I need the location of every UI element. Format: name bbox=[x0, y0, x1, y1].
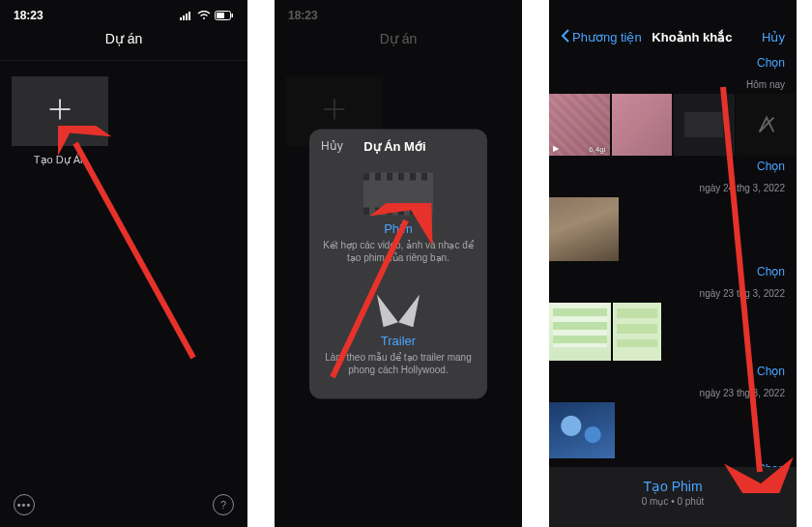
section-date: Hôm nay bbox=[746, 79, 785, 90]
movie-label: Phim bbox=[323, 220, 474, 235]
screen-new-project-sheet: 18:23 Dự án Hủy Dự Án Mới Phim Kết hợp c… bbox=[275, 0, 522, 527]
video-duration: 6,4gi bbox=[589, 145, 605, 154]
footer-bar: Tạo Phim 0 mục • 0 phút bbox=[549, 467, 797, 527]
svg-rect-2 bbox=[186, 14, 188, 20]
spotlight-icon bbox=[374, 288, 422, 327]
footer-subtext: 0 mục • 0 phút bbox=[549, 496, 797, 507]
sheet-title: Dự Án Mới bbox=[314, 138, 476, 153]
thumb-row: ▶6,4gi bbox=[549, 92, 797, 158]
section-select-button[interactable]: Chọn bbox=[757, 265, 785, 278]
create-project-label: Tạo Dự Án bbox=[12, 154, 108, 166]
status-time: 18:23 bbox=[14, 9, 44, 22]
media-scroll[interactable]: Chọn Hôm nay ▶6,4gi Chọn ngày 24 thg 3, … bbox=[549, 54, 797, 467]
media-thumb[interactable] bbox=[674, 94, 735, 156]
section-date: ngày 23 thg 3, 2022 bbox=[700, 288, 785, 299]
create-movie-button[interactable]: Tạo Phim bbox=[549, 479, 797, 494]
question-icon: ? bbox=[220, 499, 226, 511]
media-thumb[interactable] bbox=[549, 303, 611, 361]
page-title: Dự án bbox=[0, 25, 247, 61]
svg-rect-3 bbox=[188, 12, 190, 20]
thumb-row bbox=[549, 400, 797, 460]
screen-projects: 18:23 Dự án Tạo Dự Án ••• ? bbox=[0, 0, 247, 527]
wifi-icon bbox=[197, 11, 211, 20]
plus-icon bbox=[46, 96, 73, 127]
trailer-desc: Làm theo mẫu để tạo trailer mang phong c… bbox=[323, 350, 474, 375]
section-date: ngày 23 thg 3, 2022 bbox=[700, 388, 785, 398]
svg-rect-1 bbox=[183, 15, 185, 20]
plus-icon bbox=[321, 96, 348, 127]
page-title-dim: Dự án bbox=[275, 25, 522, 61]
svg-point-4 bbox=[203, 17, 205, 19]
section-date: ngày 24 thg 3, 2022 bbox=[700, 183, 785, 193]
status-indicators bbox=[180, 11, 234, 20]
battery-icon bbox=[215, 11, 234, 20]
status-time-dim: 18:23 bbox=[288, 9, 318, 22]
media-thumb[interactable] bbox=[737, 94, 798, 156]
movie-desc: Kết hợp các video, ảnh và nhạc để tạo ph… bbox=[323, 238, 474, 263]
nav-bar: Phương tiện Khoảnh khắc Hủy bbox=[549, 0, 797, 53]
media-thumb[interactable]: ▶6,4gi bbox=[549, 94, 610, 156]
svg-rect-7 bbox=[232, 14, 234, 17]
screen-media-picker: Phương tiện Khoảnh khắc Hủy Chọn Hôm nay… bbox=[549, 0, 797, 527]
media-thumb[interactable] bbox=[549, 402, 615, 458]
media-thumb[interactable] bbox=[549, 197, 619, 261]
more-button[interactable]: ••• bbox=[14, 494, 35, 515]
section-select-button[interactable]: Chọn bbox=[757, 365, 785, 378]
section-select-button[interactable]: Chọn bbox=[757, 160, 785, 173]
svg-rect-6 bbox=[217, 13, 224, 18]
trailer-label: Trailer bbox=[323, 333, 474, 347]
help-button[interactable]: ? bbox=[213, 494, 234, 515]
media-thumb[interactable] bbox=[613, 303, 661, 361]
new-project-sheet: Hủy Dự Án Mới Phim Kết hợp các video, ản… bbox=[309, 129, 487, 398]
svg-rect-0 bbox=[180, 17, 182, 20]
film-icon bbox=[363, 172, 433, 215]
nav-cancel-button[interactable]: Hủy bbox=[762, 30, 785, 44]
sheet-option-movie[interactable]: Phim Kết hợp các video, ảnh và nhạc để t… bbox=[309, 161, 487, 277]
thumb-row bbox=[549, 301, 797, 363]
nav-title: Khoảnh khắc bbox=[623, 30, 762, 44]
video-icon: ▶ bbox=[553, 144, 559, 153]
status-bar: 18:23 bbox=[0, 0, 247, 25]
thumb-row bbox=[549, 195, 797, 263]
signal-icon bbox=[180, 11, 193, 20]
status-bar-dim: 18:23 bbox=[275, 0, 522, 25]
section-select-button[interactable]: Chọn bbox=[757, 56, 785, 70]
media-thumb[interactable] bbox=[612, 94, 673, 156]
sheet-option-trailer[interactable]: Trailer Làm theo mẫu để tạo trailer mang… bbox=[309, 277, 487, 389]
chevron-left-icon bbox=[561, 29, 570, 45]
svg-rect-11 bbox=[495, 11, 508, 20]
svg-line-10 bbox=[75, 143, 193, 358]
create-project-tile[interactable] bbox=[12, 76, 108, 146]
